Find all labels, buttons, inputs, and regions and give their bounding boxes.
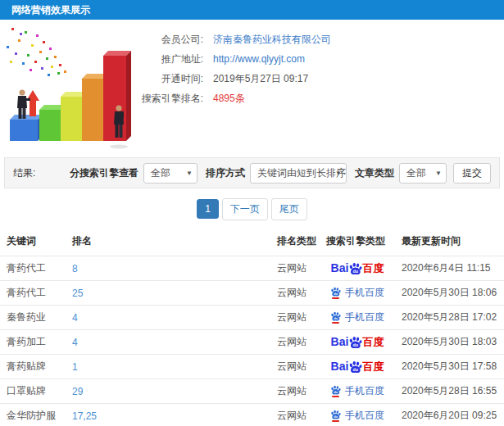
- baidu-paw-icon: du: [348, 360, 362, 374]
- mobile-baidu-text: 手机百度: [345, 286, 384, 300]
- mobile-baidu-redbar: [332, 322, 339, 324]
- svg-text:du: du: [334, 292, 338, 296]
- mobile-baidu-redbar: [332, 396, 339, 397]
- info-row: 推广地址:http://www.qlyyjt.com: [133, 49, 504, 69]
- rank-cell: 4: [66, 306, 270, 330]
- bar-chart-bars: [10, 51, 131, 141]
- table-row: 膏药代工8云网站 Bai du 百度 2020年6月4日 11:15: [0, 256, 504, 281]
- keyword-cell: 膏药代工: [0, 256, 66, 281]
- engine-cell: du 手机百度: [320, 281, 395, 306]
- baidu-bai-text: Bai: [331, 262, 349, 274]
- engine-cell: Bai du 百度: [320, 256, 395, 281]
- table-row: 膏药加工4云网站 Bai du 百度 2020年5月30日 18:03: [0, 330, 504, 355]
- updated-cell: 2020年6月20日 09:25: [395, 404, 504, 426]
- rank-link[interactable]: 8: [72, 263, 78, 274]
- svg-text:du: du: [353, 269, 358, 274]
- table-header-row: 关键词排名排名类型搜索引擎类型最新更新时间: [0, 227, 504, 256]
- table-row: 膏药贴牌1云网站 Bai du 百度 2020年5月30日 17:58: [0, 355, 504, 379]
- open-time-value: 2019年5月27日 09:17: [213, 72, 308, 86]
- rank-type-cell: 云网站: [270, 355, 320, 379]
- submit-button[interactable]: 提交: [453, 163, 491, 184]
- table-row: 金华防护服17,25云网站 du 手机百度 2020年6月20日 09:25: [0, 404, 504, 426]
- rank-cell: 17,25: [66, 404, 270, 426]
- svg-text:du: du: [353, 342, 358, 347]
- summary-section: 会员公司:济南秦鲁药业科技有限公司推广地址:http://www.qlyyjt.…: [0, 20, 504, 154]
- search-rank-count: 4895条: [213, 92, 245, 106]
- column-header: 最新更新时间: [395, 227, 504, 256]
- baidu-paw-icon: du: [330, 385, 341, 395]
- article-type-label: 文章类型: [355, 166, 394, 180]
- baidu-paw-icon: du: [348, 262, 362, 275]
- baidu-logo: Bai du 百度: [331, 262, 384, 275]
- rank-type-cell: 云网站: [270, 306, 320, 330]
- rank-type-cell: 云网站: [270, 281, 320, 306]
- rank-cell: 8: [66, 256, 270, 281]
- rank-link[interactable]: 4: [72, 312, 78, 324]
- baidu-paw-icon: du: [330, 410, 341, 419]
- engine-cell: du 手机百度: [320, 306, 395, 330]
- mobile-baidu-redbar: [332, 297, 339, 299]
- info-label: 搜索引擎排名:: [133, 92, 203, 106]
- sort-order-select[interactable]: 关键词由短到长排序 ▼: [250, 163, 347, 184]
- result-label: 结果:: [13, 166, 35, 180]
- updated-cell: 2020年5月30日 17:58: [395, 355, 504, 379]
- engine-filter-select[interactable]: 全部 ▼: [143, 163, 198, 184]
- baidu-cn-text: 百度: [362, 361, 384, 372]
- info-label: 推广地址:: [133, 52, 203, 66]
- mobile-baidu-icon: du: [330, 385, 341, 397]
- baidu-cn-text: 百度: [362, 337, 384, 347]
- updated-cell: 2020年6月4日 11:15: [395, 256, 504, 281]
- baidu-cn-text: 百度: [362, 263, 384, 274]
- rank-link[interactable]: 1: [72, 361, 78, 373]
- mobile-baidu-logo: du 手机百度: [330, 384, 384, 398]
- keyword-cell: 口罩贴牌: [0, 379, 66, 404]
- rank-cell: 25: [66, 281, 270, 306]
- engine-filter-value: 全部: [151, 167, 170, 179]
- mobile-baidu-logo: du 手机百度: [330, 409, 384, 423]
- info-label: 会员公司:: [133, 33, 203, 47]
- svg-text:du: du: [334, 316, 338, 320]
- info-row: 开通时间:2019年5月27日 09:17: [133, 69, 504, 88]
- baidu-logo: Bai du 百度: [331, 336, 384, 349]
- engine-cell: Bai du 百度: [320, 355, 395, 379]
- baidu-logo: Bai du 百度: [331, 360, 384, 374]
- rank-link[interactable]: 29: [72, 386, 83, 397]
- chevron-down-icon: ▼: [435, 164, 442, 183]
- mobile-baidu-logo: du 手机百度: [330, 286, 384, 300]
- keyword-cell: 金华防护服: [0, 404, 66, 426]
- sort-order-label: 排序方式: [206, 166, 245, 180]
- table-body: 膏药代工8云网站 Bai du 百度 2020年6月4日 11:15膏药代工25…: [0, 256, 504, 426]
- rank-link[interactable]: 17,25: [72, 410, 97, 422]
- member-company-link[interactable]: 济南秦鲁药业科技有限公司: [213, 33, 331, 47]
- member-info: 会员公司:济南秦鲁药业科技有限公司推广地址:http://www.qlyyjt.…: [133, 20, 504, 108]
- baidu-paw-icon: du: [348, 336, 362, 349]
- page-title: 网络营销效果展示: [0, 0, 504, 20]
- next-page-button[interactable]: 下一页: [222, 198, 268, 220]
- mobile-baidu-icon: du: [330, 410, 341, 422]
- baidu-paw-icon: du: [330, 311, 341, 321]
- updated-cell: 2020年5月28日 16:55: [395, 379, 504, 404]
- updated-cell: 2020年5月30日 18:06: [395, 281, 504, 306]
- last-page-button[interactable]: 尾页: [271, 198, 307, 220]
- keyword-cell: 秦鲁药业: [0, 306, 66, 330]
- rank-cell: 4: [66, 330, 270, 355]
- pagination: 1下一页尾页: [0, 198, 504, 220]
- info-row: 会员公司:济南秦鲁药业科技有限公司: [133, 29, 504, 49]
- article-type-select[interactable]: 全部 ▼: [399, 163, 447, 184]
- rank-type-cell: 云网站: [270, 330, 320, 355]
- sort-order-value: 关键词由短到长排序: [257, 167, 346, 179]
- rank-link[interactable]: 25: [72, 288, 83, 299]
- results-table: 关键词排名排名类型搜索引擎类型最新更新时间 膏药代工8云网站 Bai du 百度…: [0, 227, 504, 426]
- table-row: 膏药代工25云网站 du 手机百度 2020年5月30日 18:06: [0, 281, 504, 306]
- baidu-bai-text: Bai: [331, 360, 349, 372]
- info-label: 开通时间:: [133, 72, 203, 86]
- rank-type-cell: 云网站: [270, 404, 320, 426]
- mobile-baidu-icon: du: [330, 311, 341, 324]
- page-button-1[interactable]: 1: [197, 199, 219, 219]
- rank-link[interactable]: 4: [72, 337, 78, 348]
- engine-cell: du 手机百度: [320, 379, 395, 404]
- promo-url-link[interactable]: http://www.qlyyjt.com: [213, 53, 305, 65]
- column-header: 排名: [66, 227, 270, 256]
- mobile-baidu-icon: du: [330, 287, 341, 299]
- svg-text:du: du: [334, 415, 338, 419]
